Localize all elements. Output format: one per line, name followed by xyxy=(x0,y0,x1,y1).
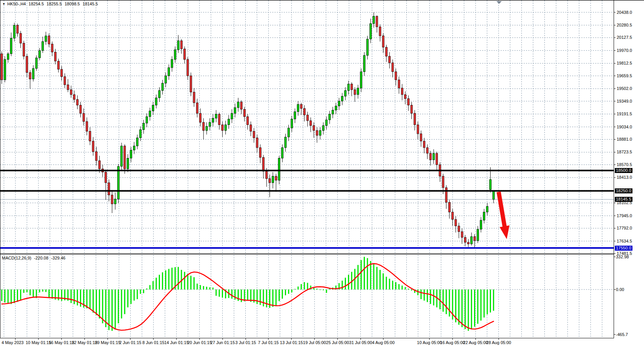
time-axis-label: 14 Jun 01:15 xyxy=(164,340,189,345)
candle-body xyxy=(401,88,403,95)
time-axis-label: 22 Aug 05:00 xyxy=(463,340,488,345)
candle-body xyxy=(404,95,406,99)
candle-body xyxy=(212,118,214,123)
candle-body xyxy=(326,120,328,126)
chart-shift-marker[interactable] xyxy=(496,1,502,4)
candle-body xyxy=(177,41,179,50)
candle-body xyxy=(95,152,97,161)
candle-body xyxy=(338,101,340,106)
candle-body xyxy=(209,122,211,126)
symbol-dropdown-icon[interactable]: ▼ xyxy=(2,2,5,6)
candle-body xyxy=(218,114,220,125)
candle-body xyxy=(108,183,110,195)
candle-body xyxy=(20,33,22,43)
candle-body xyxy=(86,121,88,131)
candle-body xyxy=(130,150,132,158)
candle-body xyxy=(411,105,413,113)
candle-body xyxy=(136,138,138,146)
candle-body xyxy=(408,99,409,105)
candle-body xyxy=(225,125,226,131)
time-axis-label: 10 May 01:15 xyxy=(26,340,52,345)
candle-body xyxy=(288,128,290,137)
candle-body xyxy=(363,55,365,72)
candle-body xyxy=(38,50,40,58)
candle-body xyxy=(171,60,173,68)
price-axis-label: 19191.5 xyxy=(617,111,632,116)
candle-body xyxy=(29,73,31,79)
time-axis-label: 3 Jul 01:15 xyxy=(235,340,256,345)
candle-body xyxy=(493,191,494,200)
candle-body xyxy=(477,229,479,241)
candle-body xyxy=(51,44,53,52)
candle-body xyxy=(389,56,391,63)
candle-body xyxy=(152,105,154,111)
time-axis-label: 4 May 2023 xyxy=(2,340,23,345)
time-axis-label: 7 Jul 01:15 xyxy=(258,340,279,345)
candle-body xyxy=(149,111,151,116)
candle-body xyxy=(335,106,337,110)
candle-body xyxy=(436,153,438,165)
candle-body xyxy=(256,138,258,147)
candle-body xyxy=(77,100,78,105)
candles xyxy=(1,12,494,247)
candle-body xyxy=(300,104,302,108)
candle-body xyxy=(417,125,419,134)
candle-body xyxy=(344,90,346,96)
candle-body xyxy=(206,126,208,131)
macd-signal-value: -329.46 xyxy=(51,256,65,260)
chart-canvas[interactable] xyxy=(0,0,644,346)
candle-body xyxy=(464,237,466,242)
candle-body xyxy=(161,83,163,90)
candle-body xyxy=(278,158,280,180)
candle-body xyxy=(70,90,72,95)
candle-body xyxy=(303,108,305,115)
candle-body xyxy=(319,130,321,135)
candle-body xyxy=(452,212,454,220)
price-axis-label: 19659.5 xyxy=(617,73,632,78)
candle-body xyxy=(253,131,255,138)
candle-body xyxy=(61,69,63,77)
candle-body xyxy=(489,180,491,190)
candle-body xyxy=(187,60,189,76)
candle-body xyxy=(140,130,141,138)
macd-info: MACD(12,26,9) -220.08 -329.46 xyxy=(2,256,67,260)
candle-body xyxy=(269,179,271,183)
price-axis-label: 19502.0 xyxy=(617,86,632,91)
candle-body xyxy=(458,226,460,232)
candle-body xyxy=(351,84,353,90)
candle-body xyxy=(155,98,157,105)
candle-body xyxy=(45,36,47,42)
candle-body xyxy=(193,92,195,103)
candle-body xyxy=(480,220,482,229)
candle-body xyxy=(420,134,422,141)
quote-symbol: HK50-,H4 xyxy=(7,2,26,6)
candle-body xyxy=(332,110,334,114)
time-axis-label: 28 Aug 05:00 xyxy=(486,340,511,345)
macd-value: -220.08 xyxy=(34,256,48,260)
candle-body xyxy=(158,90,160,98)
candle-body xyxy=(168,68,170,76)
candle-body xyxy=(180,41,182,49)
candle-body xyxy=(474,236,476,241)
candle-body xyxy=(373,16,375,23)
candle-body xyxy=(111,195,113,204)
price-axis-label: 19034.0 xyxy=(617,125,632,130)
candle-body xyxy=(398,80,400,88)
candle-body xyxy=(366,39,368,55)
price-axis-label: 20438.0 xyxy=(617,10,632,15)
macd-label: MACD(12,26,9) xyxy=(2,256,31,260)
candle-body xyxy=(468,242,469,244)
candle-body xyxy=(247,116,249,125)
candle-body xyxy=(471,236,473,244)
candle-body xyxy=(215,114,217,118)
candle-body xyxy=(4,60,6,80)
candle-body xyxy=(291,119,293,128)
candle-body xyxy=(89,131,91,141)
candle-body xyxy=(376,16,378,27)
candle-body xyxy=(105,172,107,183)
candle-body xyxy=(146,116,148,123)
price-axis-label: 17792.0 xyxy=(617,226,632,231)
time-axis-label: 27 Jun 01:15 xyxy=(210,340,235,345)
candle-body xyxy=(133,146,135,150)
candle-body xyxy=(196,103,198,113)
